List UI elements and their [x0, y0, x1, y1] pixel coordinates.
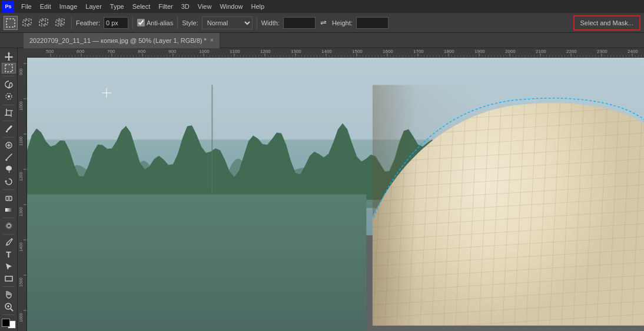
menu-type[interactable]: Type	[107, 2, 128, 11]
svg-point-20	[5, 159, 7, 161]
image-canvas[interactable]	[27, 58, 644, 331]
style-label: Style:	[182, 19, 198, 26]
menu-help[interactable]: Help	[248, 2, 268, 11]
menu-image[interactable]: Image	[56, 2, 81, 11]
sep3	[177, 16, 178, 29]
height-input[interactable]	[356, 17, 389, 29]
tab-close-button[interactable]: ×	[210, 37, 214, 44]
svg-rect-24	[5, 208, 12, 212]
svg-point-11	[8, 95, 10, 98]
tool-sep-6	[3, 218, 15, 218]
antialias-checkbox[interactable]	[137, 19, 145, 26]
menu-edit[interactable]: Edit	[36, 2, 55, 11]
tool-shape[interactable]	[2, 273, 16, 285]
ruler-top-canvas	[27, 48, 644, 57]
tool-marquee[interactable]	[2, 63, 16, 74]
height-label: Height:	[332, 19, 353, 26]
swap-dimensions-button[interactable]: ⇌	[318, 17, 330, 29]
tool-zoom[interactable]	[2, 302, 16, 313]
selection-mode-new[interactable]	[4, 16, 18, 30]
tool-blur[interactable]	[2, 220, 16, 232]
menu-select[interactable]: Select	[129, 2, 154, 11]
tool-brush[interactable]	[2, 152, 16, 163]
fg-color-swatch[interactable]	[2, 319, 10, 327]
svg-marker-21	[5, 180, 7, 182]
tabbar: 20220709_20_11_11 — копия.jpg @ 50% (Lay…	[0, 33, 644, 48]
tool-sep-3	[3, 121, 15, 121]
tool-text[interactable]: T	[2, 249, 16, 260]
sep1	[71, 16, 72, 29]
tool-sep-1	[3, 76, 15, 76]
selection-mode-intersect[interactable]	[53, 16, 67, 30]
tool-sep-5	[3, 189, 15, 190]
menu-view[interactable]: View	[194, 2, 215, 11]
menu-3d[interactable]: 3D	[178, 2, 193, 11]
svg-marker-8	[5, 52, 13, 61]
svg-point-26	[7, 224, 11, 228]
tool-history-brush[interactable]	[2, 176, 16, 187]
ruler-left-canvas	[18, 58, 27, 331]
tool-heal[interactable]	[2, 139, 16, 151]
ruler-top	[27, 48, 644, 58]
tab-title: 20220709_20_11_11 — копия.jpg @ 50% (Lay…	[29, 37, 207, 44]
width-label: Width:	[261, 19, 280, 26]
left-toolbar: T	[0, 48, 18, 331]
svg-rect-7	[58, 20, 62, 25]
svg-rect-28	[5, 276, 12, 281]
feather-input[interactable]	[104, 17, 128, 29]
menu-filter[interactable]: Filter	[155, 2, 176, 11]
select-and-mask-button[interactable]: Select and Mask...	[573, 15, 641, 31]
tool-pen[interactable]	[2, 237, 16, 248]
tool-sep-4	[3, 137, 15, 138]
canvas-area[interactable]	[18, 48, 644, 331]
menu-file[interactable]: File	[18, 2, 35, 11]
svg-rect-23	[8, 196, 10, 200]
ruler-left	[18, 58, 27, 331]
tool-sep-7	[3, 234, 15, 235]
menubar: Ps File Edit Image Layer Type Select Fil…	[0, 0, 644, 13]
antialias-text: Anti-alias	[147, 19, 173, 26]
feather-label: Feather:	[76, 19, 100, 26]
svg-rect-9	[5, 65, 12, 72]
tool-eraser[interactable]	[2, 192, 16, 203]
tool-move[interactable]	[2, 51, 16, 62]
tool-stamp[interactable]	[2, 164, 16, 175]
tool-lasso[interactable]	[2, 79, 16, 90]
main-area: T	[0, 48, 644, 331]
menu-window[interactable]: Window	[216, 2, 246, 11]
tool-eyedropper[interactable]	[2, 123, 16, 135]
selection-mode-subtract[interactable]	[36, 16, 51, 30]
sep4	[257, 16, 257, 29]
sep2	[132, 16, 133, 29]
tool-gradient[interactable]	[2, 205, 16, 216]
tool-path-select[interactable]	[2, 261, 16, 272]
selection-mode-add[interactable]	[20, 16, 34, 30]
width-input[interactable]	[283, 17, 316, 29]
tool-sep-8	[3, 286, 15, 287]
tool-hand[interactable]	[2, 289, 16, 300]
style-select[interactable]: Normal Fixed Ratio Fixed Size	[202, 16, 253, 29]
color-selector[interactable]	[2, 319, 16, 329]
document-tab[interactable]: 20220709_20_11_11 — копия.jpg @ 50% (Lay…	[24, 33, 220, 48]
ps-logo: Ps	[2, 1, 14, 12]
ruler-corner	[18, 48, 27, 58]
antialias-label[interactable]: Anti-alias	[137, 19, 173, 26]
tool-crop[interactable]	[2, 107, 16, 118]
image-area[interactable]	[27, 58, 644, 331]
optionsbar: Feather: Anti-alias Style: Normal Fixed …	[0, 13, 644, 33]
tool-sep-9	[3, 315, 15, 315]
svg-rect-0	[6, 19, 15, 27]
svg-line-30	[11, 309, 13, 311]
tool-quick-select[interactable]	[2, 91, 16, 102]
tool-sep-2	[3, 105, 15, 105]
menu-layer[interactable]: Layer	[82, 2, 105, 11]
svg-rect-16	[6, 131, 8, 132]
